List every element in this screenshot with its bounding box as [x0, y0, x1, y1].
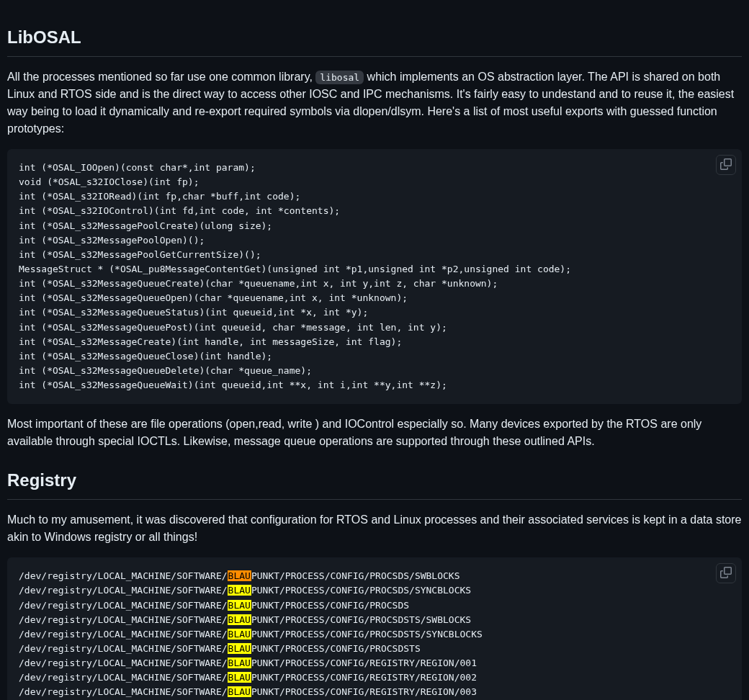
text: All the processes mentioned so far use o…: [7, 71, 315, 83]
highlight-match: BLAU: [228, 658, 251, 668]
registry-line: /dev/registry/LOCAL_MACHINE/SOFTWARE/BLA…: [19, 569, 730, 583]
highlight-match: BLAU: [228, 629, 251, 640]
code-content: /dev/registry/LOCAL_MACHINE/SOFTWARE/BLA…: [19, 569, 730, 700]
highlight-match: BLAU: [228, 672, 251, 683]
copy-button[interactable]: [716, 155, 736, 175]
paragraph: Most important of these are file operati…: [7, 416, 742, 450]
registry-line: /dev/registry/LOCAL_MACHINE/SOFTWARE/BLA…: [19, 656, 730, 670]
copy-button[interactable]: [716, 563, 736, 583]
paragraph: All the processes mentioned so far use o…: [7, 68, 742, 138]
inline-code: libosal: [315, 71, 364, 84]
paragraph: Much to my amusement, it was discovered …: [7, 511, 742, 546]
highlight-match: BLAU: [228, 570, 251, 581]
registry-line: /dev/registry/LOCAL_MACHINE/SOFTWARE/BLA…: [19, 583, 730, 598]
highlight-match: BLAU: [228, 614, 251, 625]
registry-line: /dev/registry/LOCAL_MACHINE/SOFTWARE/BLA…: [19, 670, 730, 685]
registry-line: /dev/registry/LOCAL_MACHINE/SOFTWARE/BLA…: [19, 613, 730, 627]
registry-line: /dev/registry/LOCAL_MACHINE/SOFTWARE/BLA…: [19, 642, 730, 656]
registry-line: /dev/registry/LOCAL_MACHINE/SOFTWARE/BLA…: [19, 598, 730, 613]
section-heading-libosal: LibOSAL: [7, 24, 742, 57]
highlight-match: BLAU: [228, 686, 251, 697]
highlight-match: BLAU: [228, 585, 251, 596]
code-block-libosal: int (*OSAL_IOOpen)(const char*,int param…: [7, 149, 742, 404]
section-heading-registry: Registry: [7, 467, 742, 500]
registry-line: /dev/registry/LOCAL_MACHINE/SOFTWARE/BLA…: [19, 627, 730, 642]
registry-line: /dev/registry/LOCAL_MACHINE/SOFTWARE/BLA…: [19, 685, 730, 699]
highlight-match: BLAU: [228, 643, 251, 654]
code-content: int (*OSAL_IOOpen)(const char*,int param…: [19, 161, 730, 392]
copy-icon: [720, 158, 732, 172]
code-block-registry: /dev/registry/LOCAL_MACHINE/SOFTWARE/BLA…: [7, 557, 742, 700]
copy-icon: [720, 567, 732, 580]
highlight-match: BLAU: [228, 600, 251, 611]
